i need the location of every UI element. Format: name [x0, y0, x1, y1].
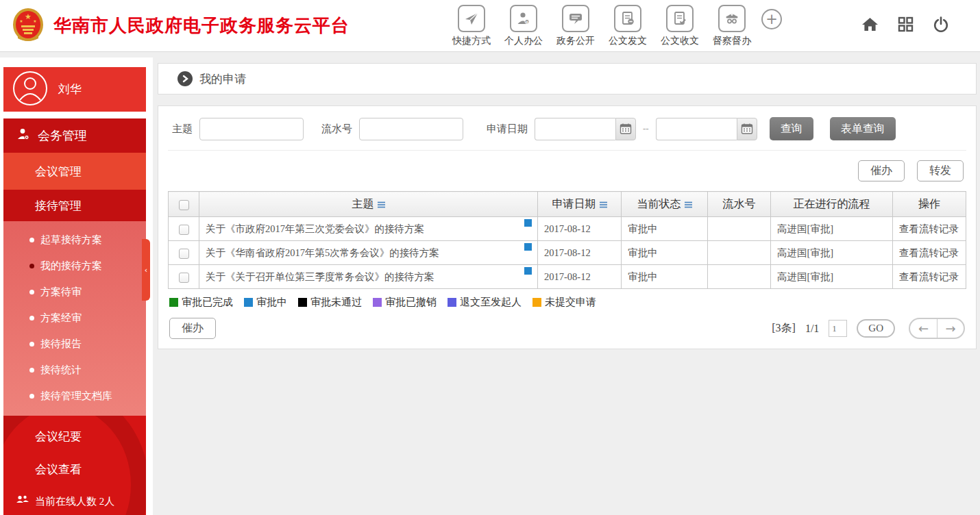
- sidebar-subitem-fangan-jingshen[interactable]: 方案经审: [3, 305, 146, 331]
- sidebar-collapse-handle[interactable]: ‹: [142, 239, 150, 301]
- sort-icon[interactable]: [685, 199, 692, 211]
- quick-item-label: 快捷方式: [449, 35, 494, 47]
- row-subject-link[interactable]: 关于《关于召开单位第三季度常务会议》的接待方案: [206, 271, 434, 282]
- quick-item-supervision[interactable]: 督察督办: [709, 5, 755, 47]
- my-applications-panel: 主题 流水号 申请日期 -- 查询 表单查询 催办: [158, 105, 977, 349]
- sidebar-subitem-fangan-daishen[interactable]: 方案待审: [3, 279, 146, 305]
- urge-button-bottom[interactable]: 催办: [169, 318, 216, 339]
- view-flow-record-link[interactable]: 查看流转记录: [893, 265, 966, 289]
- row-checkbox[interactable]: [179, 249, 189, 259]
- pagination: [3条] 1/1 GO ← →: [772, 318, 965, 339]
- status-indicator: [524, 219, 532, 227]
- row-subject-link[interactable]: 关于《华南省政府2017年第5次常务会议》的接待方案: [206, 247, 439, 258]
- legend-item: 审批中: [244, 296, 287, 309]
- bullet-icon: [29, 290, 34, 294]
- quick-item-doc-receive[interactable]: 公文收文: [657, 5, 702, 47]
- row-flow: 高进国[审批]: [771, 217, 893, 241]
- page-header: 我的申请: [158, 63, 977, 95]
- sort-icon[interactable]: [378, 199, 385, 211]
- total-count: [3条]: [772, 321, 796, 336]
- brand: ★ ★ ★ 华南市人民政府电子政务服务云平台: [0, 8, 384, 45]
- column-status[interactable]: 当前状态: [622, 192, 708, 217]
- date-to-input[interactable]: [656, 118, 737, 140]
- power-icon[interactable]: [932, 16, 950, 36]
- home-icon[interactable]: [861, 16, 879, 36]
- row-subject-link[interactable]: 关于《市政府2017年第三次党委会议》的接待方案: [206, 223, 424, 234]
- add-shortcut-button[interactable]: +: [761, 9, 782, 29]
- row-checkbox[interactable]: [179, 273, 189, 283]
- subject-input[interactable]: [199, 118, 304, 140]
- user-name: 刘华: [58, 81, 82, 97]
- sidebar: 刘华 会务管理 会议管理 接待管理 起草接待方案 我的接待方案: [0, 58, 153, 515]
- calendar-icon[interactable]: [615, 118, 636, 140]
- legend-swatch: [244, 298, 253, 307]
- row-date: 2017-08-12: [538, 265, 622, 289]
- form-query-button[interactable]: 表单查询: [830, 117, 896, 140]
- page-title: 我的申请: [199, 71, 246, 87]
- column-date[interactable]: 申请日期: [538, 192, 622, 217]
- apps-grid-icon[interactable]: [897, 16, 914, 36]
- applications-table: 主题 申请日期 当前状态 流水号 正在进行的流程 操作 关于《市政府2017年第…: [168, 191, 966, 289]
- row-serial: [708, 265, 771, 289]
- sidebar-item-label: 会务管理: [38, 127, 87, 144]
- top-bar: ★ ★ ★ 华南市人民政府电子政务服务云平台 快捷方式 ★ 个人办公: [0, 0, 980, 52]
- urge-button[interactable]: 催办: [858, 160, 905, 181]
- sidebar-item-label: 接待管理: [35, 198, 82, 214]
- status-indicator: [524, 243, 532, 251]
- view-flow-record-link[interactable]: 查看流转记录: [893, 217, 966, 241]
- svg-text:★: ★: [25, 12, 32, 21]
- page-info: 1/1: [805, 323, 819, 335]
- app-title: 华南市人民政府电子政务服务云平台: [53, 14, 350, 38]
- forward-button[interactable]: 转发: [917, 160, 964, 181]
- bullet-icon-active: [29, 264, 34, 268]
- select-all-checkbox[interactable]: [179, 200, 189, 210]
- page-input[interactable]: [829, 320, 847, 337]
- query-button[interactable]: 查询: [770, 117, 813, 140]
- date-range-separator: --: [643, 123, 649, 134]
- next-page-button[interactable]: →: [937, 319, 964, 338]
- quick-item-label: 公文收文: [657, 35, 702, 47]
- user-card[interactable]: 刘华: [3, 67, 146, 112]
- pager-arrows: ← →: [909, 318, 965, 339]
- legend-item: 退文至发起人: [448, 296, 522, 309]
- sort-icon[interactable]: [600, 199, 607, 211]
- sidebar-item-huiyi-guanli[interactable]: 会议管理: [3, 153, 146, 190]
- quick-item-shortcut[interactable]: 快捷方式: [449, 5, 494, 47]
- sidebar-item-huiyi-chakan[interactable]: 会议查看: [3, 453, 146, 486]
- table-row: 关于《市政府2017年第三次党委会议》的接待方案 2017-08-12 审批中 …: [169, 217, 966, 241]
- sidebar-subitem-jiedai-baogao[interactable]: 接待报告: [3, 331, 146, 357]
- serial-input[interactable]: [359, 118, 463, 140]
- prev-page-button[interactable]: ←: [910, 319, 937, 338]
- row-status: 审批中: [622, 241, 708, 265]
- sidebar-item-huiyi-jiyao[interactable]: 会议纪要: [3, 420, 146, 453]
- sidebar-subitem-wode-jiedai-fangan[interactable]: 我的接待方案: [3, 253, 146, 279]
- sidebar-subitem-label: 起草接待方案: [40, 234, 102, 247]
- date-from-input[interactable]: [535, 118, 615, 140]
- column-subject[interactable]: 主题: [199, 192, 538, 217]
- status-indicator: [524, 267, 532, 275]
- row-status: 审批中: [622, 217, 708, 241]
- view-flow-record-link[interactable]: 查看流转记录: [893, 241, 966, 265]
- row-checkbox[interactable]: [179, 225, 189, 235]
- sidebar-bottom: 会议纪要 会议查看 当前在线人数 2人: [3, 416, 146, 515]
- legend-item: 审批已撤销: [373, 296, 437, 309]
- sidebar-subitem-jiedai-tongji[interactable]: 接待统计: [3, 357, 146, 383]
- sidebar-subitem-qicao-jiedai-fangan[interactable]: 起草接待方案: [3, 227, 146, 253]
- sidebar-subitem-jiedai-wendangku[interactable]: 接待管理文档库: [3, 383, 146, 409]
- arrow-right-circle-icon: [177, 71, 193, 86]
- main-content: 我的申请 主题 流水号 申请日期 -- 查询 表单查询: [158, 58, 977, 349]
- svg-text:★: ★: [33, 19, 36, 23]
- table-row: 关于《华南省政府2017年第5次常务会议》的接待方案 2017-08-12 审批…: [169, 241, 966, 265]
- sidebar-submenu: 起草接待方案 我的接待方案 方案待审 方案经审 接待报告 接待统计: [3, 221, 146, 416]
- quick-item-doc-dispatch[interactable]: 公文发文: [605, 5, 650, 47]
- legend-swatch: [298, 298, 307, 307]
- quick-item-gov-public[interactable]: 政务公开: [553, 5, 598, 47]
- sidebar-item-jiedai-guanli[interactable]: 接待管理: [3, 190, 146, 221]
- status-legend: 审批已完成 审批中 审批未通过 审批已撤销 退文至发起人 未提交申请: [169, 296, 965, 309]
- row-serial: [708, 241, 771, 265]
- go-button[interactable]: GO: [857, 319, 895, 338]
- quick-item-personal-office[interactable]: ★ 个人办公: [501, 5, 546, 47]
- sidebar-subitem-label: 方案经审: [40, 312, 82, 325]
- sidebar-item-huiwu-guanli[interactable]: 会务管理: [3, 118, 146, 153]
- calendar-icon[interactable]: [737, 118, 757, 140]
